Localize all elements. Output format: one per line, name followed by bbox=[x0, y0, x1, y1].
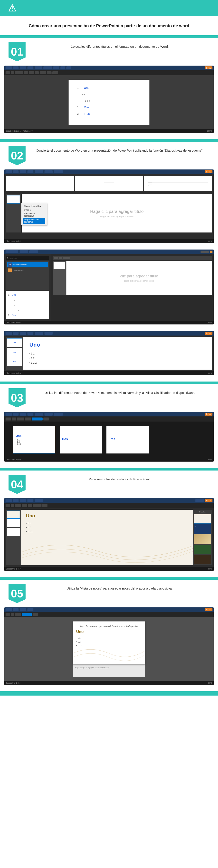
step-05-screenshot: Editar Haga clic para agregar notas del … bbox=[4, 608, 214, 685]
notes-slide-title: Uno bbox=[76, 629, 142, 634]
tb-04-4 bbox=[22, 504, 27, 507]
ribbon-correspondencia bbox=[43, 66, 52, 69]
step-02-screenshot-3: Editar Uno Dos Tres Uno • 1.1 • 1. bbox=[4, 331, 214, 375]
layout-title: ————— ————— bbox=[75, 176, 143, 191]
slide-custom-thumb-3[interactable] bbox=[7, 528, 20, 536]
vista-notas-btn[interactable] bbox=[22, 613, 32, 616]
ppt-r03-archivo bbox=[5, 413, 12, 415]
ppt-r05-btn[interactable]: Editar bbox=[205, 608, 213, 611]
notes-main-slide: Haga clic para agregar notas del orador … bbox=[73, 621, 145, 664]
menu-item-1[interactable]: Nueva diapositiva bbox=[23, 205, 45, 208]
word-doc-area: 1. Uno 1.1 1.2 1.2.2 2. Dos 3. bbox=[4, 75, 214, 129]
ribbon-ayuda bbox=[66, 66, 71, 69]
notes-text-area[interactable]: Haga clic para agregar notas del orador bbox=[73, 664, 145, 677]
edit-button[interactable]: Editar bbox=[205, 66, 213, 69]
sorter-slide-1[interactable]: Uno • 1.1 • 1.2 • 1.2.2 bbox=[13, 426, 55, 454]
slide-thumb-2[interactable]: Dos bbox=[7, 348, 22, 356]
menu-item-3[interactable]: Restablecer diapositiva bbox=[23, 212, 45, 218]
slide-layout-grid: ————— ————— ____ • ___• ___ bbox=[4, 174, 214, 192]
ppt-r05-inicio bbox=[13, 608, 19, 611]
ppt-status-1: Diapositiva 1 de 1 60% bbox=[4, 239, 214, 243]
word-page: 1. Uno 1.1 1.2 1.2.2 2. Dos 3. bbox=[68, 80, 150, 125]
teal-divider-5 bbox=[0, 577, 218, 580]
preview-item-2: 2. Dos bbox=[8, 314, 47, 317]
file-item-selected[interactable]: W presentacion.docx bbox=[7, 262, 48, 268]
ppt-populated-main: Uno Dos Tres Uno • 1.1 • 1.2 • 1.2.2 bbox=[4, 336, 214, 371]
step-03-section: 03 Utiliza las diferentes vistas de Powe… bbox=[0, 381, 218, 468]
fb-ctrl-orange bbox=[210, 251, 213, 253]
step-03-screenshot: Editar Uno • 1.1 • 1.2 • 1.2.2 Dos Tres bbox=[4, 412, 214, 462]
slide-count-03: Diapositiva 1 de 4 bbox=[6, 459, 21, 461]
tb-03-1 bbox=[5, 417, 11, 421]
custom-bullet-1: • 1.1 bbox=[26, 521, 188, 525]
menu-item-2[interactable]: Diseño bbox=[23, 208, 45, 212]
list-item-uno: 1. Uno bbox=[77, 86, 141, 89]
ppt-r3-archivo bbox=[5, 332, 12, 335]
ppt-r03-animaciones bbox=[44, 413, 53, 415]
step-02-screenshot-2: Documentos W presentacion.docx Nueva car… bbox=[4, 250, 214, 324]
tb-04-1 bbox=[5, 504, 10, 507]
status-words: Palabras: 8 bbox=[23, 130, 33, 132]
vista-clasificador-btn[interactable] bbox=[32, 417, 42, 421]
slide-custom-thumb-1[interactable] bbox=[7, 510, 20, 519]
tb-03-4 bbox=[25, 417, 31, 421]
tb-btn-4 bbox=[24, 71, 28, 74]
tb-btn-2 bbox=[11, 71, 14, 74]
list-num-3: 3. bbox=[77, 112, 81, 115]
step-03-number: 03 bbox=[8, 388, 26, 407]
bullet-1-1: • 1.1 bbox=[29, 351, 206, 356]
ppt-status-04: Diapositiva 1 de 4 60% bbox=[4, 567, 214, 571]
theme-selected[interactable] bbox=[194, 514, 211, 524]
dropdown-menu[interactable]: Nueva diapositiva Diseño Restablecer dia… bbox=[21, 203, 47, 225]
ppt-orange-btn[interactable]: Editar bbox=[205, 170, 213, 173]
preview-subitem-2: 1.2 bbox=[8, 303, 47, 307]
custom-slide-bullets: • 1.1 • 1.2 • 1.2.2 bbox=[26, 521, 188, 534]
notes-bullet-1: • 1.1 bbox=[76, 636, 142, 640]
ppt-status-slide-2: Diapositiva 1 de 1 bbox=[6, 321, 21, 323]
tb-btn-6 bbox=[35, 71, 39, 74]
ppt-main-slide-2: clic para agregar título Haga clic para … bbox=[66, 261, 212, 295]
ppt-r04-right: Editar bbox=[195, 499, 213, 502]
theme-blue[interactable]: 1. bbox=[194, 524, 211, 534]
ppt-r3-btn[interactable]: Editar bbox=[205, 332, 213, 335]
sorter-slide-2[interactable]: Dos bbox=[60, 426, 102, 454]
ppt-r05-archivo bbox=[5, 608, 12, 611]
ppt-ribbon-diseno bbox=[28, 170, 33, 173]
step-01-section: 01 Coloca los diferentes títulos en el f… bbox=[0, 35, 218, 139]
tb-btn-c bbox=[63, 257, 70, 259]
theme-green[interactable] bbox=[194, 545, 211, 554]
file-item-folder[interactable]: Nueva carpeta bbox=[7, 268, 48, 273]
custom-bullet-2: • 1.2 bbox=[26, 525, 188, 530]
preview-subitem: 1.1 bbox=[8, 298, 47, 302]
fb-ctrl-1 bbox=[200, 251, 209, 253]
ppt-status-05: Diapositiva 1 de 4 60% bbox=[4, 681, 214, 685]
list-subitem-2: 1.2 bbox=[77, 96, 141, 99]
fb-controls bbox=[200, 251, 213, 253]
partial-title: clic para agregar título bbox=[120, 274, 158, 278]
list-sub-2: 1.2 bbox=[82, 96, 85, 99]
ppt-status-slide: Diapositiva 1 de 1 bbox=[6, 240, 21, 242]
slide-thumb-3[interactable]: Tres bbox=[7, 357, 22, 366]
step-04-section: 04 Personaliza las diapositivas de Power… bbox=[0, 468, 218, 577]
slide-thumb-1-active[interactable]: Uno bbox=[7, 338, 22, 347]
ribbon-archivo bbox=[5, 66, 12, 69]
teal-divider-3 bbox=[0, 381, 218, 384]
ppt-r04-orange[interactable]: Editar bbox=[205, 499, 213, 502]
slide-custom-thumb-2[interactable] bbox=[7, 519, 20, 527]
zoom-04: 60% bbox=[208, 568, 212, 570]
ppt-toolbar-05 bbox=[4, 612, 214, 617]
ppt-r03-diseno bbox=[28, 413, 33, 415]
theme-dark[interactable] bbox=[194, 555, 211, 564]
ppt-r03-btn[interactable]: Editar bbox=[205, 413, 213, 415]
sorter-slide-3[interactable]: Tres bbox=[106, 426, 149, 454]
tb-04-7 bbox=[41, 504, 48, 507]
step-01-screenshot: Editar 1. Uno 1.1 bbox=[4, 66, 214, 133]
theme-gold[interactable] bbox=[194, 534, 211, 544]
menu-item-diapositivas-esquema[interactable]: Diapositivas del esquema bbox=[23, 218, 45, 224]
slide-count-05: Diapositiva 1 de 4 bbox=[6, 682, 21, 684]
tb-04-3 bbox=[15, 504, 21, 507]
tb-btn-7 bbox=[40, 71, 46, 74]
fb-btn-2 bbox=[29, 250, 38, 253]
folder-name: Nueva carpeta bbox=[13, 269, 24, 271]
decorative-curves bbox=[21, 532, 193, 565]
